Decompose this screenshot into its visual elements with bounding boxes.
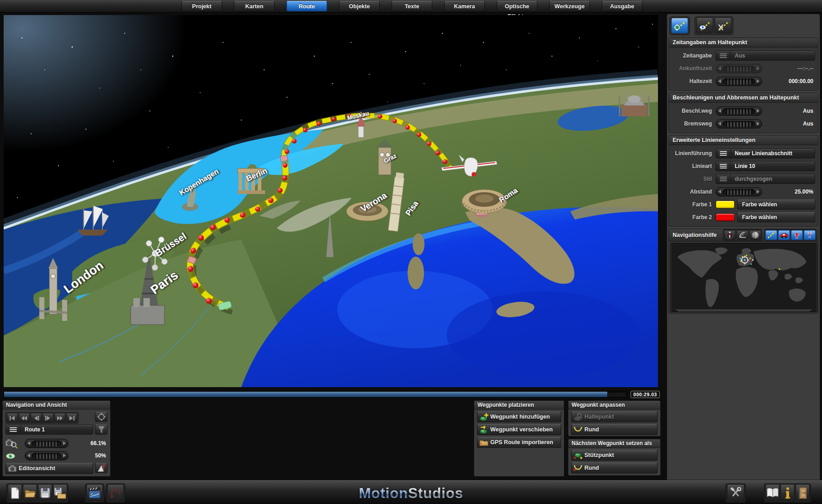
farbe1-swatch[interactable] [716,200,735,209]
info-button[interactable] [780,485,795,501]
step-back-icon [33,416,39,420]
fast-forward-button[interactable] [54,414,65,422]
route-mode-toolbar [669,16,820,35]
haltezeit-thumbwheel[interactable] [716,77,762,86]
zeitangabe-dropdown[interactable]: Aus [716,51,815,61]
zoom-camera-icon [5,437,18,449]
tab-kamera[interactable]: Kamera [444,1,485,11]
route-cut-icon [717,21,730,31]
exit-button[interactable] [795,485,810,501]
view-height-thumbwheel[interactable] [25,451,69,461]
wegpunkt-hinzufuegen-button[interactable]: Wegpunkt hinzufügen [477,411,561,422]
tab-route[interactable]: Route [286,1,327,11]
abstand-thumbwheel[interactable] [716,187,762,197]
wheel-drum[interactable] [723,108,755,114]
protractor-icon [738,231,747,239]
camera-icon [8,465,17,472]
wheel-drum[interactable] [32,453,61,459]
show-route-toggle[interactable] [765,230,777,240]
tools-button[interactable] [727,485,744,501]
show-text-toggle[interactable]: T [804,230,816,240]
menu-icon [716,149,731,158]
route-visibility-button[interactable] [696,18,713,33]
compass-button[interactable]: N [724,230,736,240]
ankunftszeit-value: ---:--.-- [797,65,815,72]
wheel-drum[interactable] [723,121,755,127]
wheel-right-arrow-icon[interactable] [63,441,66,445]
zeitangabe-value: Aus [731,52,749,59]
route-cut-button[interactable] [715,18,732,33]
tab-texte[interactable]: Texte [392,1,432,11]
skip-start-button[interactable] [7,414,18,422]
section-zeitangaben-title: Zeitangaben am Haltepunkt [669,38,818,47]
rund-button[interactable]: Rund [571,424,658,435]
ankunftszeit-label: Ankunftszeit [671,65,716,72]
timeline-track[interactable] [4,391,627,398]
zoom-thumbwheel[interactable] [25,439,69,448]
add-waypoint-icon [479,412,489,421]
tab-optische-effekte[interactable]: Optische Effekte [497,1,537,11]
section-zeitangaben: Zeitangaben am Haltepunkt Zeitangabe Aus… [668,37,818,91]
beschlweg-thumbwheel[interactable] [716,106,762,116]
farbe2-choose-button[interactable]: Farbe wählen [737,212,815,222]
manual-button[interactable] [765,485,780,501]
wheel-left-arrow-icon[interactable] [718,79,721,83]
menu-icon [716,162,731,171]
stuetzpunkt-button[interactable]: Stützpunkt [571,450,658,461]
naechsten-wegpunkt-title: Nächsten Wegpunkt setzen als [568,439,660,448]
tab-werkzeuge[interactable]: Werkzeuge [549,1,590,11]
show-pins-toggle[interactable] [791,230,803,240]
wheel-right-arrow-icon[interactable] [757,109,759,113]
ankunftszeit-thumbwheel [716,64,762,74]
rewind-button[interactable] [19,414,30,422]
navigation-view-panel: Navigation und Ansicht Rout [2,400,111,477]
wheel-left-arrow-icon[interactable] [27,441,30,445]
route-visibility-icon [699,21,711,31]
center-view-button[interactable] [95,412,107,422]
route-settings-panel: Zeitangaben am Haltepunkt Zeitangabe Aus… [667,14,820,480]
tab-projekt[interactable]: Projekt [181,1,222,11]
naechsten-wegpunkt-panel: Nächsten Wegpunkt setzen als Stützpunkt … [568,439,661,476]
farbe1-choose-button[interactable]: Farbe wählen [737,200,815,210]
farbe2-swatch[interactable] [716,213,735,221]
tab-objekte[interactable]: Objekte [339,1,380,11]
show-vehicle-toggle[interactable] [778,230,790,240]
wegpunkt-verschieben-label: Wegpunkt verschieben [490,426,553,433]
globe-sphere-button[interactable] [749,230,761,240]
wheel-right-arrow-icon[interactable] [63,454,66,457]
rund-next-button[interactable]: Rund [571,462,658,473]
globe-3d-viewport[interactable]: London Paris Brüssel Kopenhagen Berlin M… [4,15,658,387]
map-marker-button[interactable] [95,463,107,473]
world-minimap[interactable] [670,243,817,312]
haltepunkt-button: Haltepunkt [571,411,658,422]
tools-icon [729,487,742,499]
wheel-drum[interactable] [32,441,61,446]
bremsweg-thumbwheel[interactable] [716,119,762,129]
wheel-right-arrow-icon[interactable] [757,79,759,83]
linienfuehrung-dropdown[interactable]: Neuer Linienabschnitt [716,148,815,158]
protractor-button[interactable] [737,230,748,240]
skip-end-button[interactable] [66,414,77,422]
wheel-left-arrow-icon[interactable] [718,109,721,113]
gps-route-importieren-button[interactable]: GPS Route importieren [477,437,561,448]
wheel-right-arrow-icon[interactable] [757,190,759,194]
wheel-drum[interactable] [723,79,755,84]
signpost-icon [97,463,106,472]
wheel-right-arrow-icon[interactable] [757,122,759,126]
step-back-button[interactable] [31,414,42,422]
vehicle-icon [780,231,789,239]
wheel-left-arrow-icon[interactable] [718,190,721,194]
wheel-left-arrow-icon[interactable] [718,122,721,126]
step-forward-button[interactable] [42,414,53,422]
tab-ausgabe[interactable]: Ausgabe [602,1,642,11]
tab-karten[interactable]: Karten [234,1,275,11]
editor-view-button[interactable]: Editoransicht [5,463,93,474]
linieart-dropdown[interactable]: Linie 10 [716,161,815,171]
wegpunkt-verschieben-button[interactable]: Wegpunkt verschieben [477,424,561,435]
route-selector-dropdown[interactable]: Route 1 [5,425,93,435]
route-edit-button[interactable] [671,18,688,33]
route-filter-button[interactable] [95,425,107,435]
wheel-drum[interactable] [723,189,755,195]
status-bar: MotionStudios [0,480,822,504]
wheel-left-arrow-icon[interactable] [27,454,30,457]
